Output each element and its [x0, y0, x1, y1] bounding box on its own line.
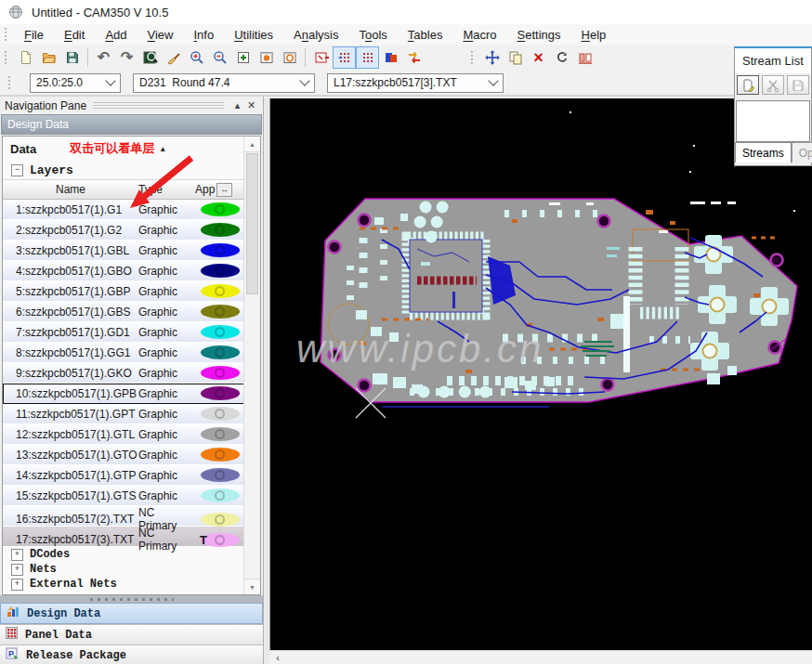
- menu-item-analysis[interactable]: Analysis: [283, 26, 348, 44]
- menu-item-add[interactable]: Add: [95, 26, 137, 44]
- layer-row[interactable]: 13:szzkpcb0517(1).GTOGraphic: [3, 445, 244, 465]
- menu-item-view[interactable]: View: [138, 26, 184, 44]
- toolbar-grip[interactable]: [5, 28, 11, 41]
- menu-item-macro[interactable]: Macro: [452, 26, 506, 44]
- layer-row[interactable]: 15:szzkpcb0517(1).GTSGraphic: [3, 486, 244, 506]
- switch-design-data[interactable]: Design Data: [0, 603, 263, 624]
- mirror-icon[interactable]: [573, 46, 596, 69]
- grid-dots-icon[interactable]: [333, 46, 356, 69]
- layer-row[interactable]: 7:szzkpcb0517(1).GD1Graphic: [3, 322, 244, 343]
- dcode-combo[interactable]: D231 Round 47.4: [133, 73, 315, 93]
- layer-row[interactable]: 11:szzkpcb0517(1).GPTGraphic: [3, 404, 244, 424]
- tree-plus-icon[interactable]: +: [11, 579, 23, 591]
- tree-plus-icon[interactable]: +: [11, 549, 23, 561]
- clear-brush-icon[interactable]: [162, 46, 185, 69]
- copy-icon[interactable]: [504, 46, 527, 69]
- toolbar-grip[interactable]: [5, 51, 11, 64]
- layer-color-swatch[interactable]: [195, 284, 244, 298]
- layers-group-row[interactable]: − Layers: [3, 161, 244, 179]
- tab-streams[interactable]: Streams: [735, 142, 792, 163]
- tab-opt[interactable]: Opt: [792, 142, 812, 163]
- workspace-canvas[interactable]: www.ipcb.cn ‹: [264, 98, 812, 664]
- pane-close-icon[interactable]: ✕: [244, 100, 258, 111]
- menu-item-tools[interactable]: Tools: [349, 26, 398, 44]
- layer-row[interactable]: 10:szzkpcb0517(1).GPBGraphic: [3, 384, 244, 404]
- layer-color-swatch[interactable]: [195, 243, 244, 257]
- open-file-icon[interactable]: [37, 46, 60, 69]
- menu-item-utilities[interactable]: Utilities: [224, 26, 283, 44]
- data-group-row[interactable]: Data 双击可以看单层 ▲: [3, 137, 244, 161]
- menu-item-help[interactable]: Help: [571, 26, 617, 44]
- layer-color-swatch[interactable]: [195, 264, 244, 278]
- layer-row[interactable]: 12:szzkpcb0517(1).GTLGraphic: [3, 424, 244, 445]
- layer-row[interactable]: 17:szzkpcb0517(3).TXTNC PrimaryT: [3, 527, 244, 547]
- layer-color-swatch[interactable]: [195, 305, 244, 319]
- undo-icon[interactable]: ↶: [92, 46, 115, 69]
- menu-item-file[interactable]: File: [14, 26, 54, 44]
- new-file-icon[interactable]: [14, 46, 37, 69]
- layer-color-swatch[interactable]: [195, 386, 244, 400]
- tree-minus-icon[interactable]: −: [11, 164, 23, 176]
- new-stream-button[interactable]: [737, 75, 759, 95]
- zoom-out-icon[interactable]: [208, 46, 231, 69]
- layer-color-swatch[interactable]: [195, 488, 244, 502]
- toolbar-grip[interactable]: [8, 76, 15, 89]
- collapse-triangle-icon[interactable]: ▲: [159, 145, 166, 153]
- layer-color-swatch[interactable]: [195, 513, 244, 527]
- rotate-icon[interactable]: [550, 46, 573, 69]
- layer-color-swatch[interactable]: [195, 468, 244, 482]
- layer-row[interactable]: 2:szzkpcb0517(1).G2Graphic: [3, 220, 244, 241]
- scroll-thumb[interactable]: [246, 153, 258, 294]
- delete-icon[interactable]: ×: [527, 46, 550, 69]
- tree-item-external-nets[interactable]: +External Nets: [3, 577, 244, 592]
- menu-item-tables[interactable]: Tables: [398, 26, 453, 44]
- column-resize-icon[interactable]: ↔: [216, 183, 232, 197]
- film-positive-icon[interactable]: [255, 46, 278, 69]
- stream-compare-icon[interactable]: [402, 46, 426, 69]
- layer-color-swatch[interactable]: [195, 366, 244, 380]
- layer-color-swatch[interactable]: T: [195, 533, 244, 547]
- active-layer-combo[interactable]: L17:szzkpcb0517[3].TXT: [327, 73, 504, 93]
- film-negative-icon[interactable]: [278, 46, 301, 69]
- layer-row[interactable]: 16:szzkpcb0517(2).TXTNC Primary: [3, 506, 244, 527]
- menu-item-settings[interactable]: Settings: [507, 26, 571, 44]
- layer-color-swatch[interactable]: [195, 325, 244, 339]
- redo-icon[interactable]: ↷: [115, 46, 138, 69]
- tree-item-dcodes[interactable]: +DCodes: [3, 547, 244, 562]
- save-icon[interactable]: [60, 46, 84, 69]
- switch-release-package[interactable]: PRelease Package: [0, 644, 263, 664]
- column-name[interactable]: Name: [3, 183, 138, 196]
- layer-color-swatch[interactable]: [195, 345, 244, 359]
- pane-collapse-icon[interactable]: ▴: [230, 100, 244, 111]
- menu-item-edit[interactable]: Edit: [54, 26, 95, 44]
- layer-color-swatch[interactable]: [195, 448, 244, 462]
- layer-row[interactable]: 3:szzkpcb0517(1).GBLGraphic: [3, 241, 244, 261]
- horizontal-scrollbar[interactable]: ‹: [269, 650, 812, 664]
- stream-list-box[interactable]: [736, 100, 810, 142]
- layer-row[interactable]: 14:szzkpcb0517(1).GTPGraphic: [3, 465, 244, 486]
- move-icon[interactable]: [480, 46, 504, 69]
- menu-item-info[interactable]: Info: [183, 26, 224, 44]
- redline-window-icon[interactable]: [309, 46, 333, 69]
- tree-plus-icon[interactable]: +: [11, 564, 23, 576]
- layer-row[interactable]: 8:szzkpcb0517(1).GG1Graphic: [3, 343, 244, 363]
- layer-color-swatch[interactable]: [195, 223, 244, 237]
- layer-colors-icon[interactable]: [379, 46, 402, 69]
- zoom-window-icon[interactable]: [231, 46, 255, 69]
- scroll-left-icon[interactable]: ‹: [269, 652, 286, 664]
- layer-row[interactable]: 1:szzkpcb0517(1).G1Graphic: [3, 200, 244, 220]
- column-app[interactable]: App: [195, 183, 215, 196]
- navigation-pane-titlebar[interactable]: Navigation Pane ▴ ✕: [0, 97, 263, 114]
- tree-vertical-scrollbar[interactable]: ▲ ▼: [243, 137, 260, 594]
- layer-color-swatch[interactable]: [195, 202, 244, 216]
- zoom-in-icon[interactable]: [185, 46, 208, 69]
- tree-item-nets[interactable]: +Nets: [3, 562, 244, 577]
- grid-snap-icon[interactable]: [356, 46, 379, 69]
- layer-row[interactable]: 5:szzkpcb0517(1).GBPGraphic: [3, 281, 244, 302]
- layer-row[interactable]: 4:szzkpcb0517(1).GBOGraphic: [3, 261, 244, 281]
- query-zoom-icon[interactable]: [138, 46, 162, 69]
- column-type[interactable]: Type: [138, 183, 195, 196]
- toolbar-grip[interactable]: [471, 51, 478, 64]
- layer-row[interactable]: 9:szzkpcb0517(1).GKOGraphic: [3, 363, 244, 384]
- pcb-viewport[interactable]: www.ipcb.cn: [269, 98, 812, 650]
